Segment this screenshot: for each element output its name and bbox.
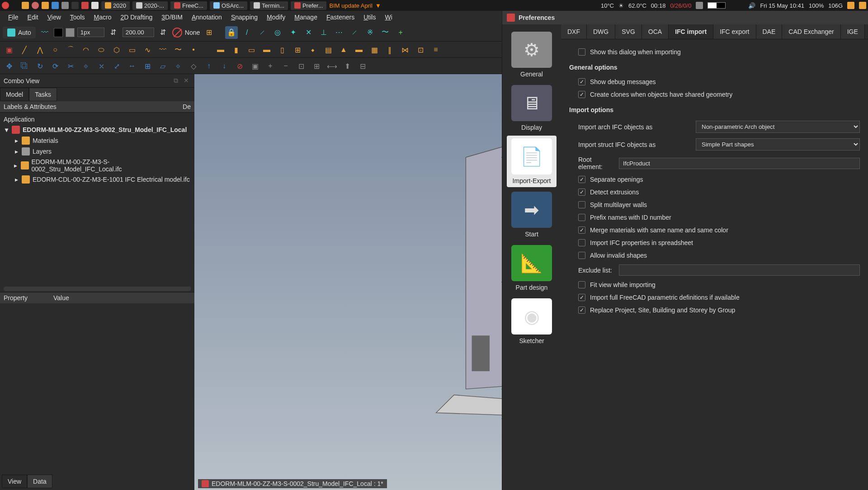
circle-icon[interactable]: ○ (49, 43, 61, 56)
tree-row-root[interactable]: ▾ EDORM-MLM-00-ZZ-M3-S-0002_Stru_Model_I… (0, 124, 194, 135)
cubic-icon[interactable]: 〜 (172, 43, 184, 56)
snap-intersect-icon[interactable]: ✕ (302, 26, 315, 39)
group-icon[interactable]: ⊡ (295, 60, 307, 72)
arc3p-icon[interactable]: ◠ (80, 43, 92, 56)
equip-icon[interactable]: ⊡ (414, 43, 427, 56)
expand-icon[interactable]: ▸ (14, 148, 19, 155)
prefs-category-sketcher[interactable]: ◉Sketcher (507, 296, 557, 347)
snap-center-icon[interactable]: ◎ (271, 26, 284, 39)
menu-modify[interactable]: Modify (262, 12, 290, 23)
shape2d-icon[interactable]: ◇ (187, 60, 200, 72)
polygon-icon[interactable]: ⬡ (110, 43, 123, 56)
cut-icon[interactable]: ⊟ (356, 60, 369, 72)
up-icon[interactable]: ↑ (203, 60, 215, 72)
expand-icon[interactable]: ▸ (14, 176, 19, 183)
prefs-tab-ifcimport[interactable]: IFC import (669, 24, 713, 39)
option-checkbox[interactable] (578, 91, 585, 98)
panel-icon[interactable]: ▬ (353, 43, 365, 56)
minimize-icon[interactable] (847, 2, 854, 9)
option-checkbox[interactable] (578, 188, 585, 196)
option-checkbox[interactable] (578, 239, 585, 246)
roof-icon[interactable]: ▲ (337, 43, 350, 56)
tab-model[interactable]: Model (0, 88, 29, 101)
scale-icon[interactable]: ⤢ (110, 60, 123, 72)
group-add-icon[interactable]: ⊞ (310, 60, 323, 72)
mirror-icon[interactable]: ⟷ (326, 60, 338, 72)
menu-annotation[interactable]: Annotation (187, 12, 226, 23)
menu-tools[interactable]: Tools (66, 12, 90, 23)
offset-icon[interactable]: ⟳ (49, 60, 61, 72)
linewidth-input[interactable] (77, 28, 104, 37)
prefs-tab-dwg[interactable]: DWG (587, 24, 615, 39)
taskbar-button[interactable]: Termin... (250, 1, 288, 10)
preferences-titlebar[interactable]: Preferences (502, 11, 868, 24)
close-icon[interactable] (2, 2, 9, 9)
prefs-category-start[interactable]: ➡Start (507, 189, 557, 240)
expand-icon[interactable]: ▸ (13, 162, 18, 169)
prefs-category-importexport[interactable]: 📄Import-Export (507, 136, 557, 187)
snap-parallel-icon[interactable]: ⟋ (348, 26, 361, 39)
add-icon[interactable]: + (264, 60, 277, 72)
snap-add-icon[interactable]: + (394, 26, 407, 39)
app-icon[interactable] (81, 2, 89, 9)
prefs-category-display[interactable]: 🖥Display (507, 82, 557, 134)
spinner-up-icon[interactable]: ⇵ (107, 26, 120, 39)
bezier-icon[interactable]: 〰 (156, 43, 169, 56)
app-icon[interactable] (91, 2, 99, 9)
option-checkbox[interactable] (578, 226, 585, 234)
menu-fasteners[interactable]: Fasteners (322, 12, 359, 23)
beam-icon[interactable]: ▭ (245, 43, 258, 56)
extrude-icon[interactable]: ⬆ (341, 60, 354, 72)
wall-icon[interactable]: ▬ (214, 43, 227, 56)
undock-icon[interactable]: ⧉ (172, 77, 180, 84)
scrollbar-horizontal[interactable] (4, 287, 191, 291)
prefs-tab-svg[interactable]: SVG (615, 24, 642, 39)
prefs-tab-ige[interactable]: IGE (841, 24, 865, 39)
pipe-icon[interactable]: ⬥ (307, 43, 319, 56)
remove-icon[interactable]: − (279, 60, 292, 72)
menu-file[interactable]: File (4, 12, 23, 23)
menu-manage[interactable]: Manage (290, 12, 322, 23)
bspline-icon[interactable]: ∿ (141, 43, 154, 56)
option-checkbox[interactable] (578, 252, 585, 259)
point-icon[interactable]: • (187, 43, 200, 56)
expand-icon[interactable]: ▸ (14, 137, 19, 144)
prefs-tab-oca[interactable]: OCA (642, 24, 669, 39)
frame-icon[interactable]: ▦ (368, 43, 381, 56)
option-checkbox[interactable] (578, 294, 585, 301)
trim-icon[interactable]: ✂ (64, 60, 77, 72)
tray-icon[interactable] (696, 2, 703, 9)
close-icon[interactable] (859, 2, 866, 9)
option-checkbox[interactable] (578, 306, 585, 314)
option-checkbox[interactable] (578, 176, 585, 183)
grid-icon[interactable]: ⊞ (203, 26, 215, 39)
fence-icon[interactable]: ‖ (383, 43, 396, 56)
color-tool-icon[interactable]: 〰 (38, 26, 51, 39)
prefs-tab-dxf[interactable]: DXF (561, 24, 587, 39)
snap-angle-icon[interactable]: ✦ (287, 26, 299, 39)
prefs-tab-dae[interactable]: DAE (756, 24, 783, 39)
toggle-icon[interactable]: ⊘ (233, 60, 246, 72)
menu-view[interactable]: View (43, 12, 66, 23)
stairs-icon[interactable]: ▤ (322, 43, 335, 56)
window-icon[interactable]: ⊞ (291, 43, 304, 56)
option-checkbox[interactable] (578, 281, 585, 288)
rebar-icon[interactable]: ≡ (429, 43, 442, 56)
prefs-category-general[interactable]: ⚙General (507, 29, 557, 80)
menu-wi[interactable]: Wi (380, 12, 396, 23)
exclude-list-input[interactable] (619, 264, 860, 276)
snap-endpoint-icon[interactable]: / (241, 26, 253, 39)
split-icon[interactable]: ⤫ (95, 60, 108, 72)
spinner-up-icon[interactable]: ⇵ (157, 26, 170, 39)
menu-2ddrafting[interactable]: 2D Drafting (116, 12, 157, 23)
snap-near-icon[interactable]: 〜 (379, 26, 392, 39)
join-icon[interactable]: ⟐ (80, 60, 92, 72)
snap-perp-icon[interactable]: ⊥ (317, 26, 330, 39)
polyline-icon[interactable]: ⋀ (33, 43, 46, 56)
lock-icon[interactable]: 🔒 (225, 26, 238, 39)
truss-icon[interactable]: ⋈ (399, 43, 411, 56)
tree-row[interactable]: ▸Layers (0, 146, 194, 157)
document-tab[interactable]: EDORM-MLM-00-ZZ-M3-S-0002_Stru_Model_IFC… (198, 479, 387, 488)
prefs-tab-cadexchanger[interactable]: CAD Exchanger (782, 24, 840, 39)
snap-special-icon[interactable]: ※ (363, 26, 376, 39)
